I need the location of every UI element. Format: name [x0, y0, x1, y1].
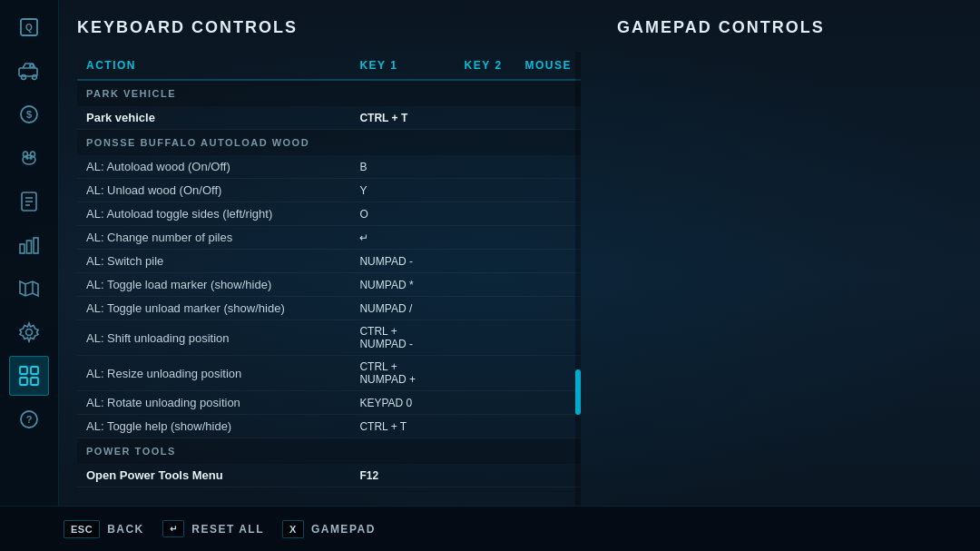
svg-point-12	[30, 157, 32, 159]
svg-rect-17	[20, 244, 24, 253]
svg-text:?: ?	[26, 414, 33, 425]
key1-cell: KEYPAD 0	[350, 391, 450, 415]
sidebar-item-map[interactable]	[9, 269, 49, 309]
reset-all-button[interactable]: ↵ RESET ALL	[162, 520, 264, 537]
sidebar-item-animals[interactable]	[9, 138, 49, 178]
table-row: Open Power Tools Menu F12	[77, 464, 581, 487]
action-cell: AL: Change number of piles	[77, 226, 350, 250]
action-cell: AL: Rotate unloading position	[77, 391, 350, 415]
reset-label: RESET ALL	[191, 523, 264, 536]
key1-cell: NUMPAD /	[350, 297, 450, 320]
col-key2: KEY 2	[451, 52, 516, 80]
back-button[interactable]: ESC BACK	[64, 520, 144, 538]
keyboard-controls-column: KEYBOARD CONTROLS ACTION KEY 1 KEY 2 MOU…	[77, 18, 581, 506]
mouse-cell	[515, 464, 581, 487]
key2-cell	[451, 273, 516, 297]
controls-table: ACTION KEY 1 KEY 2 MOUSE PARK VEHICLE Pa…	[77, 52, 581, 487]
bottom-bar: ESC BACK ↵ RESET ALL X GAMEPAD	[0, 506, 980, 551]
sidebar-item-controls[interactable]	[9, 356, 49, 396]
gamepad-controls-column: GAMEPAD CONTROLS	[617, 18, 962, 506]
svg-point-4	[33, 75, 37, 80]
keyboard-title: KEYBOARD CONTROLS	[77, 18, 581, 37]
action-cell: AL: Autoload toggle sides (left/right)	[77, 202, 350, 226]
key2-cell	[451, 415, 516, 438]
table-row: AL: Resize unloading position CTRL + NUM…	[77, 356, 581, 391]
key2-cell	[451, 226, 516, 250]
key2-cell	[451, 297, 516, 320]
mouse-cell	[515, 155, 581, 179]
table-row: AL: Change number of piles ↵	[77, 226, 581, 250]
scrollbar-thumb[interactable]	[575, 369, 581, 415]
table-row: Park vehicle CTRL + T	[77, 106, 581, 130]
mouse-cell	[515, 391, 581, 415]
enter-key: ↵	[162, 520, 185, 537]
table-row: AL: Switch pile NUMPAD -	[77, 250, 581, 273]
gamepad-title: GAMEPAD CONTROLS	[617, 18, 962, 37]
mouse-cell	[515, 250, 581, 273]
svg-rect-23	[20, 367, 27, 374]
action-cell: AL: Toggle unload marker (show/hide)	[77, 297, 350, 320]
key2-cell	[451, 356, 516, 391]
mouse-cell	[515, 415, 581, 438]
mouse-cell	[515, 106, 581, 130]
section-header-row: POWER TOOLS	[77, 438, 581, 465]
svg-rect-25	[20, 378, 27, 385]
key1-cell: ↵	[350, 226, 450, 250]
action-cell: AL: Shift unloading position	[77, 320, 350, 356]
svg-rect-18	[27, 241, 32, 253]
table-row: AL: Autoload toggle sides (left/right) O	[77, 202, 581, 226]
action-cell: AL: Unload wood (On/Off)	[77, 179, 350, 202]
key2-cell	[451, 464, 516, 487]
svg-point-22	[26, 330, 33, 336]
svg-rect-5	[30, 64, 34, 67]
col-key1: KEY 1	[350, 52, 450, 80]
sidebar-item-settings[interactable]	[9, 312, 49, 352]
section-header-cell: POWER TOOLS	[77, 438, 581, 465]
sidebar: Q $	[0, 0, 59, 551]
key1-cell: B	[350, 155, 450, 179]
key2-cell	[451, 320, 516, 356]
sidebar-item-help[interactable]: ?	[9, 399, 49, 439]
key2-cell	[451, 202, 516, 226]
svg-rect-24	[31, 367, 38, 374]
action-cell: AL: Resize unloading position	[77, 356, 350, 391]
mouse-cell	[515, 226, 581, 250]
mouse-cell	[515, 297, 581, 320]
key2-cell	[451, 106, 516, 130]
action-cell: AL: Toggle load marker (show/hide)	[77, 273, 350, 297]
gamepad-label: GAMEPAD	[311, 523, 376, 536]
action-cell: Park vehicle	[77, 106, 350, 130]
key1-cell: CTRL + T	[350, 415, 450, 438]
sidebar-item-economy[interactable]: $	[9, 94, 49, 134]
key1-cell: CTRL + NUMPAD -	[350, 320, 450, 356]
mouse-cell	[515, 320, 581, 356]
table-row: AL: Shift unloading position CTRL + NUMP…	[77, 320, 581, 356]
key1-cell: Y	[350, 179, 450, 202]
key1-cell: CTRL + T	[350, 106, 450, 130]
sidebar-item-vehicle[interactable]	[9, 51, 49, 91]
mouse-cell	[515, 202, 581, 226]
table-row: AL: Autoload wood (On/Off) B	[77, 155, 581, 179]
esc-key: ESC	[64, 520, 100, 538]
x-key: X	[282, 520, 304, 538]
section-header-cell: PONSSE BUFFALO AUTOLOAD WOOD	[77, 130, 581, 156]
back-label: BACK	[107, 523, 144, 536]
gamepad-button[interactable]: X GAMEPAD	[282, 520, 376, 538]
key2-cell	[451, 250, 516, 273]
key2-cell	[451, 391, 516, 415]
col-mouse: MOUSE	[515, 52, 581, 80]
section-header-row: PONSSE BUFFALO AUTOLOAD WOOD	[77, 130, 581, 156]
table-row: AL: Unload wood (On/Off) Y	[77, 179, 581, 202]
svg-point-11	[26, 157, 28, 159]
section-header-cell: PARK VEHICLE	[77, 80, 581, 106]
scrollbar-track[interactable]	[575, 52, 581, 506]
table-row: AL: Toggle unload marker (show/hide) NUM…	[77, 297, 581, 320]
sidebar-item-contracts[interactable]	[9, 182, 49, 221]
key1-cell: F12	[350, 464, 450, 487]
sidebar-item-production[interactable]	[9, 225, 49, 265]
mouse-cell	[515, 356, 581, 391]
sidebar-item-quest[interactable]: Q	[9, 7, 49, 47]
action-cell: Open Power Tools Menu	[77, 464, 350, 487]
key2-cell	[451, 179, 516, 202]
table-row: AL: Toggle help (show/hide) CTRL + T	[77, 415, 581, 438]
